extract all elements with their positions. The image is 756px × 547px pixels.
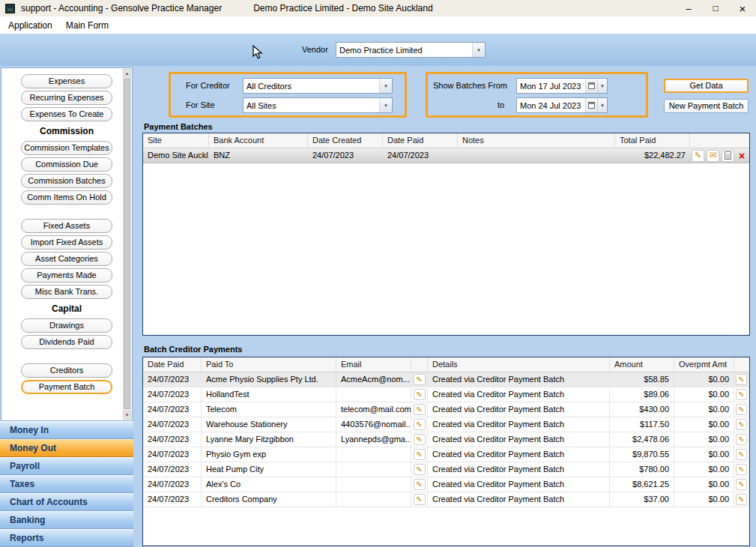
sidebar-item-misc-bank-trans[interactable]: Misc Bank Trans. [21, 285, 112, 299]
maximize-button[interactable]: □ [702, 0, 729, 16]
edit-pencil-icon[interactable]: ✎ [734, 417, 749, 432]
sidebar-item-payments-made[interactable]: Payments Made [21, 268, 112, 282]
for-creditor-dropdown[interactable]: All Creditors ▼ [243, 78, 393, 94]
sidebar-item-drawings[interactable]: Drawings [21, 318, 112, 333]
date-to-picker[interactable]: Mon 24 Jul 2023 ▼ [516, 97, 608, 113]
batch-payment-row[interactable]: 24/07/2023Telecomtelecom@mail.com✎Create… [143, 402, 749, 417]
sidebar-item-commission-due[interactable]: Commission Due [21, 157, 112, 172]
sidebar-tab-chart-of-accounts[interactable]: Chart of Accounts [0, 493, 133, 511]
edit-pencil-icon[interactable]: ✎ [411, 372, 428, 387]
edit-pencil-icon[interactable]: ✎ [411, 402, 428, 417]
report-icon[interactable] [722, 150, 734, 162]
close-button[interactable]: × [729, 0, 756, 16]
sidebar-item-creditors[interactable]: Creditors [21, 363, 112, 378]
sidebar-item-comm-items-on-hold[interactable]: Comm Items On Hold [21, 190, 112, 205]
chevron-down-icon[interactable]: ▼ [597, 79, 607, 93]
column-header-total-paid[interactable]: Total Paid [615, 133, 690, 148]
sidebar-item-import-fixed-assets[interactable]: Import Fixed Assets [21, 235, 112, 250]
column-header-paid-to[interactable]: Paid To [202, 357, 336, 372]
new-payment-batch-button[interactable]: New Payment Batch [664, 99, 749, 113]
sidebar-item-expenses[interactable]: Expenses [21, 74, 112, 88]
edit-pencil-icon[interactable]: ✎ [411, 447, 428, 462]
email-icon[interactable]: ✉ [707, 150, 719, 162]
sidebar-tab-money-in[interactable]: Money In [0, 421, 133, 439]
scrollbar-thumb[interactable] [124, 79, 130, 409]
sidebar-tab-payroll[interactable]: Payroll [0, 457, 133, 475]
cell-overpmt: $0.00 [674, 402, 734, 417]
edit-pencil-icon[interactable]: ✎ [411, 417, 428, 432]
pencil-glyph: ✎ [414, 389, 426, 400]
batch-payment-row[interactable]: 24/07/2023Creditors Company✎Created via … [143, 492, 749, 507]
menubar: Application Main Form [0, 16, 756, 34]
sidebar-tab-banking[interactable]: Banking [0, 511, 133, 529]
batch-payment-row[interactable]: 24/07/2023Heat Pump City✎Created via Cre… [143, 462, 749, 477]
edit-pencil-icon[interactable]: ✎ [734, 402, 749, 417]
sidebar-item-asset-categories[interactable]: Asset Categories [21, 252, 112, 266]
column-header-email[interactable]: Email [336, 357, 411, 372]
minimize-button[interactable]: – [675, 0, 702, 16]
edit-pencil-icon[interactable]: ✎ [411, 492, 428, 507]
edit-pencil-icon[interactable]: ✎ [734, 387, 749, 402]
column-header-bank-account[interactable]: Bank Account [209, 133, 308, 148]
edit-pencil-icon[interactable]: ✎ [734, 447, 749, 462]
scroll-up-icon[interactable]: ▲ [123, 69, 131, 78]
column-header-date-paid[interactable]: Date Paid [383, 133, 458, 148]
menu-application[interactable]: Application [1, 18, 59, 33]
menu-main-form[interactable]: Main Form [59, 18, 115, 33]
cell-notes [458, 148, 615, 163]
chevron-down-icon[interactable]: ▼ [597, 98, 607, 112]
column-header-date-paid[interactable]: Date Paid [143, 357, 202, 372]
scroll-down-icon[interactable]: ▼ [123, 411, 131, 420]
edit-pencil-icon[interactable]: ✎ [734, 432, 749, 447]
edit-pencil-icon[interactable]: ✎ [734, 492, 749, 507]
edit-pencil-icon[interactable]: ✎ [734, 462, 749, 477]
edit-pencil-icon[interactable]: ✎ [411, 462, 428, 477]
column-header-overpmt-amt[interactable]: Overpmt Amt [674, 357, 734, 372]
batch-payment-row[interactable]: 24/07/2023Lyanne Mary FitzgibbonLyannepd… [143, 432, 749, 447]
vendor-dropdown[interactable]: Demo Practice Limited ▼ [336, 42, 486, 58]
column-header-site[interactable]: Site [143, 133, 209, 148]
sidebar-item-commission-batches[interactable]: Commission Batches [21, 174, 112, 188]
batch-payment-row[interactable]: 24/07/2023Acme Physio Supplies Pty Ltd.A… [143, 372, 749, 387]
delete-icon[interactable]: × [737, 151, 747, 161]
batch-payment-row[interactable]: 24/07/2023Alex's Co✎Created via Creditor… [143, 477, 749, 492]
edit-pencil-icon[interactable]: ✎ [411, 477, 428, 492]
column-header-date-created[interactable]: Date Created [308, 133, 383, 148]
sidebar-tab-taxes[interactable]: Taxes [0, 475, 133, 493]
column-header-amount[interactable]: Amount [610, 357, 674, 372]
sidebar-item-commission-templates[interactable]: Commission Templates [21, 141, 112, 155]
batch-payment-row[interactable]: 24/07/2023Physio Gym exp✎Created via Cre… [143, 447, 749, 462]
date-from-picker[interactable]: Mon 17 Jul 2023 ▼ [516, 78, 608, 94]
sidebar-item-dividends-paid[interactable]: Dividends Paid [21, 335, 112, 349]
get-data-button[interactable]: Get Data [664, 79, 749, 93]
payment-batch-row[interactable]: Demo Site Auckl... BNZ 24/07/2023 24/07/… [143, 148, 749, 163]
column-header-details[interactable]: Details [428, 357, 610, 372]
sidebar-scrollbar[interactable]: ▲ ▼ [123, 69, 131, 420]
cell-paid-to: Heat Pump City [202, 462, 336, 477]
for-site-dropdown[interactable]: All Sites ▼ [243, 97, 393, 113]
sidebar-item-recurring-expenses[interactable]: Recurring Expenses [21, 91, 112, 105]
calendar-icon[interactable] [585, 98, 597, 112]
date-from-value: Mon 17 Jul 2023 [517, 82, 585, 91]
batch-payment-row[interactable]: 24/07/2023HollandTest✎Created via Credit… [143, 387, 749, 402]
cell-date-paid: 24/07/2023 [143, 477, 202, 492]
vendor-value: Demo Practice Limited [336, 46, 472, 55]
edit-pencil-icon[interactable]: ✎ [734, 477, 749, 492]
chevron-down-icon: ▼ [472, 43, 485, 57]
batch-payment-row[interactable]: 24/07/2023Warehouse Stationery4403576@no… [143, 417, 749, 432]
sidebar-tab-reports[interactable]: Reports [0, 529, 133, 547]
sidebar-item-payment-batch[interactable]: Payment Batch [21, 380, 112, 394]
mouse-cursor [252, 45, 263, 60]
sidebar-item-expenses-to-create[interactable]: Expenses To Create [21, 107, 112, 121]
calendar-icon[interactable] [585, 79, 597, 93]
edit-pencil-icon[interactable]: ✎ [692, 150, 704, 162]
sidebar-item-fixed-assets[interactable]: Fixed Assets [21, 219, 112, 233]
column-header-notes[interactable]: Notes [458, 133, 615, 148]
edit-pencil-icon[interactable]: ✎ [411, 432, 428, 447]
cell-email: telecom@mail.com [336, 402, 411, 417]
pencil-glyph: ✎ [736, 374, 747, 385]
sidebar-tab-money-out[interactable]: Money Out [0, 439, 133, 457]
cell-overpmt: $0.00 [674, 387, 734, 402]
edit-pencil-icon[interactable]: ✎ [734, 372, 749, 387]
edit-pencil-icon[interactable]: ✎ [411, 387, 428, 402]
